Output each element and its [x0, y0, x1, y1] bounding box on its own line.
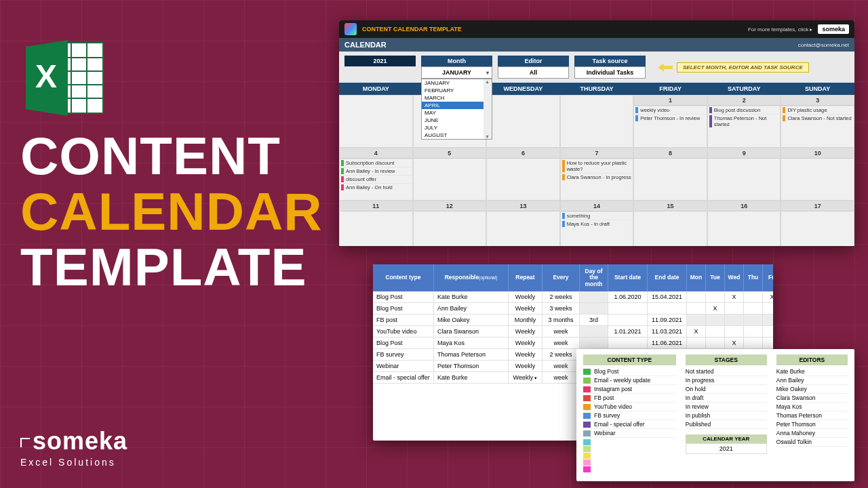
day-check-cell[interactable]: [744, 303, 763, 314]
day-check-cell[interactable]: X: [687, 326, 706, 338]
day-check-cell[interactable]: [687, 314, 706, 326]
day-check-cell[interactable]: [706, 338, 725, 349]
day-check-cell[interactable]: [725, 314, 744, 326]
table-cell[interactable]: Peter Thomson: [434, 361, 509, 372]
calendar-cell[interactable]: 13: [486, 201, 560, 246]
scrollbar[interactable]: [484, 79, 492, 139]
day-check-cell[interactable]: [763, 314, 773, 326]
table-cell[interactable]: Kate Burke: [434, 372, 509, 384]
calendar-cell[interactable]: 1weekly videoPeter Thomson - In review: [633, 95, 707, 148]
month-option[interactable]: APRIL: [422, 102, 492, 109]
table-cell[interactable]: 2 weeks: [542, 349, 580, 361]
table-cell[interactable]: 3rd: [580, 314, 608, 326]
table-cell[interactable]: FB post: [373, 314, 434, 326]
day-check-cell[interactable]: [706, 314, 725, 326]
month-option[interactable]: JUNE: [422, 117, 492, 124]
table-cell[interactable]: [580, 326, 608, 338]
table-cell[interactable]: Maya Kos: [434, 338, 509, 349]
calendar-event[interactable]: discount offer: [340, 175, 412, 183]
day-check-cell[interactable]: [706, 291, 725, 303]
calendar-cell[interactable]: 5: [413, 148, 487, 201]
table-cell[interactable]: YouTube video: [373, 326, 434, 338]
calendar-cell[interactable]: 10: [781, 148, 854, 201]
day-check-cell[interactable]: [725, 303, 744, 314]
table-cell[interactable]: week: [542, 338, 580, 349]
table-cell[interactable]: week: [542, 326, 580, 338]
table-cell[interactable]: 3 weeks: [542, 303, 580, 314]
day-check-cell[interactable]: [687, 291, 706, 303]
repeat-dropdown[interactable]: MonthlyWeekly: [509, 383, 542, 384]
calendar-cell[interactable]: 16: [707, 201, 781, 246]
calendar-event[interactable]: something: [561, 211, 633, 220]
day-check-cell[interactable]: [744, 338, 763, 349]
editor-selector[interactable]: Editor All: [498, 56, 569, 79]
more-templates-link[interactable]: For more templates, click ▸: [748, 26, 813, 33]
day-check-cell[interactable]: [687, 303, 706, 314]
calendar-event[interactable]: Maya Kos - In draft: [561, 220, 633, 228]
month-option[interactable]: JULY: [422, 124, 492, 131]
calendar-event[interactable]: How to reduce your plastic waste?: [561, 159, 633, 173]
calendar-event[interactable]: Peter Thomson - In review: [634, 114, 707, 122]
month-value[interactable]: JANUARY▾: [421, 66, 492, 79]
calendar-cell[interactable]: [339, 95, 413, 148]
table-cell[interactable]: [580, 303, 608, 314]
day-check-cell[interactable]: [725, 326, 744, 338]
table-row[interactable]: Blog PostAnn BaileyWeekly3 weeksX: [373, 303, 773, 314]
table-cell[interactable]: Mike Oakey: [434, 314, 509, 326]
table-cell[interactable]: Clara Swanson: [434, 326, 509, 338]
calendar-event[interactable]: Ann Bailey - On hold: [340, 183, 412, 191]
calendar-event[interactable]: Clara Swanson - Not started: [781, 114, 854, 122]
day-check-cell[interactable]: [763, 303, 773, 314]
month-option[interactable]: MAY: [422, 109, 492, 117]
table-cell[interactable]: 11.09.2021: [648, 314, 687, 326]
day-check-cell[interactable]: X: [763, 291, 773, 303]
day-check-cell[interactable]: [763, 326, 773, 338]
table-cell[interactable]: Weekly: [509, 349, 542, 361]
table-cell[interactable]: Email - special offer: [373, 372, 434, 384]
calendar-cell[interactable]: 6: [486, 148, 560, 201]
table-cell[interactable]: [608, 314, 648, 326]
table-cell[interactable]: Weekly: [509, 361, 542, 372]
table-cell[interactable]: 2 weeks: [542, 291, 580, 303]
calendar-cell[interactable]: 3DIY plastic usageClara Swanson - Not st…: [781, 95, 854, 148]
calendar-year-value[interactable]: 2021: [686, 443, 767, 454]
calendar-cell[interactable]: 15: [633, 201, 707, 246]
table-cell[interactable]: Weekly: [509, 326, 542, 338]
table-cell[interactable]: [648, 303, 687, 314]
table-cell[interactable]: Weekly ▾MonthlyWeekly: [509, 372, 542, 384]
month-dropdown-list[interactable]: JANUARYFEBRUARYMARCHAPRILMAYJUNEJULYAUGU…: [421, 79, 492, 140]
table-cell[interactable]: 1.01.2021: [608, 326, 648, 338]
calendar-cell[interactable]: 12: [413, 201, 487, 246]
table-cell[interactable]: 11.06.2021: [648, 338, 687, 349]
table-cell[interactable]: Webinar: [373, 361, 434, 372]
calendar-cell[interactable]: 14somethingMaya Kos - In draft: [560, 201, 634, 246]
table-cell[interactable]: Blog Post: [373, 338, 434, 349]
table-row[interactable]: FB postMike OakeyMonthly3 months3rd11.09…: [373, 314, 773, 326]
day-check-cell[interactable]: [744, 326, 763, 338]
table-cell[interactable]: [580, 291, 608, 303]
calendar-cell[interactable]: [486, 95, 560, 148]
table-row[interactable]: Blog PostKate BurkeWeekly2 weeks1.06.202…: [373, 291, 773, 303]
month-option[interactable]: FEBRUARY: [422, 87, 492, 94]
day-check-cell[interactable]: X: [725, 291, 744, 303]
calendar-cell[interactable]: 7How to reduce your plastic waste?Clara …: [560, 148, 634, 201]
table-cell[interactable]: Thomas Peterson: [434, 349, 509, 361]
month-option[interactable]: JANUARY: [422, 79, 492, 87]
table-cell[interactable]: week: [542, 361, 580, 372]
calendar-event[interactable]: Clara Swanson - In progress: [561, 173, 633, 181]
table-cell[interactable]: [608, 338, 648, 349]
day-check-cell[interactable]: [706, 326, 725, 338]
source-selector[interactable]: Task source Individual Tasks: [574, 56, 646, 79]
table-cell[interactable]: week: [542, 372, 580, 384]
calendar-event[interactable]: DIY plastic usage: [781, 106, 854, 114]
table-cell[interactable]: Blog Post: [373, 291, 434, 303]
year-selector[interactable]: 2021: [344, 56, 416, 66]
table-cell[interactable]: 1.06.2020: [608, 291, 648, 303]
table-cell[interactable]: Blog Post: [373, 303, 434, 314]
day-check-cell[interactable]: X: [706, 303, 725, 314]
calendar-cell[interactable]: 4Subscription discountAnn Bailey - In re…: [339, 148, 413, 201]
month-selector[interactable]: Month JANUARY▾ JANUARYFEBRUARYMARCHAPRIL…: [421, 56, 492, 79]
day-check-cell[interactable]: [687, 338, 706, 349]
table-row[interactable]: YouTube videoClara SwansonWeeklyweek1.01…: [373, 326, 773, 338]
table-cell[interactable]: Monthly: [509, 314, 542, 326]
